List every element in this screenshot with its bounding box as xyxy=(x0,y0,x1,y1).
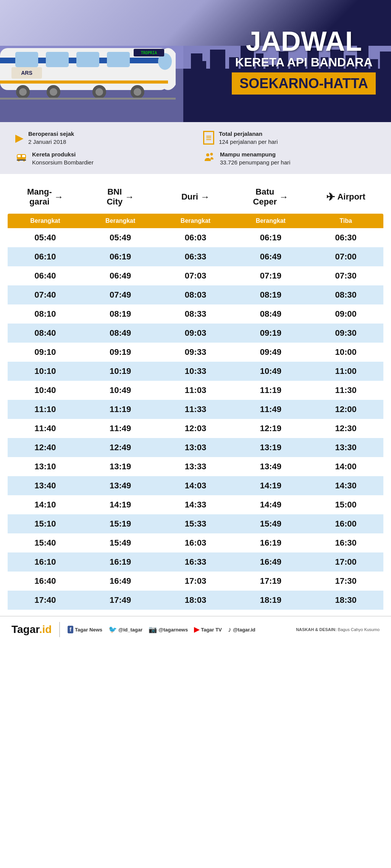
arrow-3: → xyxy=(279,192,288,202)
time-cell: 14:19 xyxy=(233,476,308,495)
info-value-2: Konsorsium Bombardier xyxy=(32,159,94,166)
arrow-0: → xyxy=(54,192,63,202)
time-cell: 17:49 xyxy=(83,591,158,610)
time-cell: 12:40 xyxy=(8,438,83,457)
svg-rect-23 xyxy=(15,52,38,67)
time-cell: 11:19 xyxy=(83,400,158,419)
info-value-1: 124 perjalanan per hari xyxy=(219,138,278,145)
station-name-1: BNICity xyxy=(107,187,123,207)
time-cell: 14:19 xyxy=(83,495,158,514)
time-cell: 15:49 xyxy=(233,514,308,533)
time-cell: 14:03 xyxy=(158,476,233,495)
time-cell: 07:03 xyxy=(158,266,233,285)
info-label-0: Beroperasi sejak xyxy=(28,130,74,137)
svg-rect-4 xyxy=(210,50,225,122)
svg-rect-3 xyxy=(199,61,206,122)
tiktok-icon: ♪ xyxy=(228,626,231,634)
time-cell: 08:30 xyxy=(308,285,383,304)
time-cell: 17:30 xyxy=(308,572,383,591)
social-facebook: f Tagar News xyxy=(68,626,102,633)
time-cell: 13:10 xyxy=(8,457,83,476)
title-jadwal: JADWAL xyxy=(232,27,376,55)
arrow-2: → xyxy=(200,192,210,202)
social-instagram-label: @tagarnews xyxy=(158,627,188,633)
time-cell: 16:19 xyxy=(83,552,158,572)
time-cell: 11:30 xyxy=(308,381,383,400)
time-cell: 11:49 xyxy=(233,400,308,419)
time-cell: 08:49 xyxy=(83,324,158,343)
time-cell: 09:49 xyxy=(233,343,308,362)
time-cell: 15:49 xyxy=(83,533,158,552)
station-3: BatuCeper → xyxy=(233,185,308,208)
time-cell: 10:33 xyxy=(158,362,233,381)
station-0: Mang-garai → xyxy=(8,185,83,208)
time-cell: 16:49 xyxy=(233,552,308,572)
footer-social: f Tagar News 🐦 @id_tagar 📷 @tagarnews ▶ … xyxy=(68,625,288,634)
time-row: 10:4010:4911:0311:1911:30 xyxy=(8,381,383,400)
social-tiktok-label: @tagar.id xyxy=(233,627,255,633)
social-twitter-label: @id_tagar xyxy=(118,627,142,633)
station-name-0: Mang-garai xyxy=(27,187,52,207)
col-header-4: Tiba xyxy=(308,214,383,228)
time-cell: 14:10 xyxy=(8,495,83,514)
time-row: 07:4007:4908:0308:1908:30 xyxy=(8,285,383,304)
social-youtube-label: Tagar TV xyxy=(201,627,222,633)
footer-logo: Tagar.id xyxy=(11,623,52,636)
svg-rect-46 xyxy=(17,159,26,161)
time-cell: 06:40 xyxy=(8,266,83,285)
time-cell: 08:40 xyxy=(8,324,83,343)
svg-text:ARS: ARS xyxy=(21,70,32,76)
time-cell: 08:10 xyxy=(8,304,83,324)
svg-point-33 xyxy=(19,88,27,96)
time-row: 14:1014:1914:3314:4915:00 xyxy=(8,495,383,514)
svg-point-47 xyxy=(206,153,209,156)
time-cell: 06:03 xyxy=(158,228,233,247)
svg-point-37 xyxy=(95,88,103,96)
time-cell: 11:03 xyxy=(158,381,233,400)
footer: Tagar.id f Tagar News 🐦 @id_tagar 📷 @tag… xyxy=(0,616,391,643)
time-row: 12:4012:4913:0313:1913:30 xyxy=(8,438,383,457)
time-cell: 07:30 xyxy=(308,266,383,285)
footer-logo-id: id xyxy=(42,623,52,635)
station-name-2: Duri xyxy=(181,192,198,202)
time-cell: 10:40 xyxy=(8,381,83,400)
svg-rect-40 xyxy=(0,98,176,100)
time-cell: 08:49 xyxy=(233,304,308,324)
social-facebook-label: Tagar News xyxy=(75,627,102,633)
play-icon: ▶ xyxy=(15,132,24,144)
time-cell: 11:19 xyxy=(233,381,308,400)
time-row: 15:4015:4916:0316:1916:30 xyxy=(8,533,383,552)
title-block: JADWAL KERETA API BANDARA SOEKARNO-HATTA xyxy=(232,27,376,95)
time-row: 16:1016:1916:3316:4917:00 xyxy=(8,552,383,572)
info-value-3: 33.726 penumpang per hari xyxy=(220,159,290,166)
time-cell: 13:03 xyxy=(158,438,233,457)
time-cell: 13:19 xyxy=(233,438,308,457)
social-youtube: ▶ Tagar TV xyxy=(194,625,222,634)
col-headers: Berangkat Berangkat Berangkat Berangkat … xyxy=(8,214,383,228)
time-cell: 09:19 xyxy=(233,324,308,343)
time-cell: 12:49 xyxy=(83,438,158,457)
time-cell: 13:19 xyxy=(83,457,158,476)
time-row: 17:4017:4918:0318:1918:30 xyxy=(8,591,383,610)
time-row: 08:4008:4909:0309:1909:30 xyxy=(8,324,383,343)
time-cell: 08:33 xyxy=(158,304,233,324)
time-cell: 15:19 xyxy=(83,514,158,533)
people-icon xyxy=(203,151,215,166)
time-cell: 11:40 xyxy=(8,419,83,438)
youtube-icon: ▶ xyxy=(194,625,199,634)
time-cell: 09:00 xyxy=(308,304,383,324)
station-1: BNICity → xyxy=(83,185,158,208)
time-cell: 15:40 xyxy=(8,533,83,552)
info-label-2: Kereta produksi xyxy=(32,151,76,158)
time-cell: 16:10 xyxy=(8,552,83,572)
time-cell: 14:49 xyxy=(233,495,308,514)
time-row: 09:1009:1909:3309:4910:00 xyxy=(8,343,383,362)
instagram-icon: 📷 xyxy=(149,625,157,634)
time-cell: 08:19 xyxy=(233,285,308,304)
time-cell: 09:10 xyxy=(8,343,83,362)
footer-credit-name: Bagus Cahyo Kusumo xyxy=(338,627,380,632)
time-cell: 10:49 xyxy=(233,362,308,381)
svg-text:TROPRIA: TROPRIA xyxy=(141,51,157,55)
time-row: 11:4011:4912:0312:1912:30 xyxy=(8,419,383,438)
time-cell: 13:30 xyxy=(308,438,383,457)
